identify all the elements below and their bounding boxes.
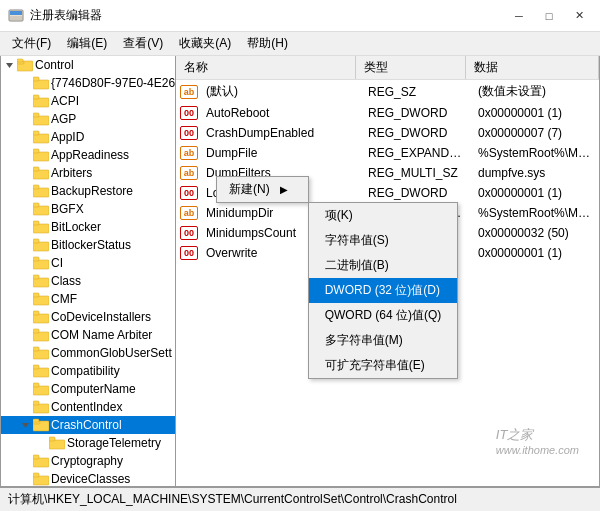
- submenu[interactable]: 项(K)字符串值(S)二进制值(B)DWORD (32 位)值(D)QWORD …: [308, 202, 459, 379]
- tree-item[interactable]: ComputerName: [1, 380, 175, 398]
- tree-item[interactable]: BitLocker: [1, 218, 175, 236]
- list-row[interactable]: abDumpFileREG_EXPAND_SZ%SystemRoot%\MEM: [176, 143, 599, 163]
- tree-item[interactable]: CMF: [1, 290, 175, 308]
- menu-item[interactable]: 编辑(E): [59, 33, 115, 54]
- tree-item[interactable]: StorageTelemetry: [1, 434, 175, 452]
- submenu-item-expandstring[interactable]: 可扩充字符串值(E): [309, 353, 458, 378]
- tree-expand-icon[interactable]: [17, 417, 33, 433]
- tree-expand-icon[interactable]: [17, 309, 33, 325]
- tree-item[interactable]: ACPI: [1, 92, 175, 110]
- menu-item[interactable]: 收藏夹(A): [171, 33, 239, 54]
- svg-rect-21: [33, 185, 39, 189]
- tree-item[interactable]: ContentIndex: [1, 398, 175, 416]
- submenu-item-xiang[interactable]: 项(K): [309, 203, 458, 228]
- header-name[interactable]: 名称: [176, 56, 356, 79]
- registry-value-icon: ab: [180, 146, 198, 160]
- tree-item[interactable]: BitlockerStatus: [1, 236, 175, 254]
- tree-expand-icon[interactable]: [17, 471, 33, 486]
- tree-expand-icon[interactable]: [17, 273, 33, 289]
- svg-rect-14: [33, 134, 49, 143]
- maximize-button[interactable]: □: [536, 6, 562, 26]
- svg-rect-28: [33, 260, 49, 269]
- tree-expand-icon[interactable]: [17, 129, 33, 145]
- tree-item[interactable]: CI: [1, 254, 175, 272]
- submenu-item-string[interactable]: 字符串值(S): [309, 228, 458, 253]
- submenu-item-multistring[interactable]: 多字符串值(M): [309, 328, 458, 353]
- minimize-button[interactable]: ─: [506, 6, 532, 26]
- tree-expand-icon[interactable]: [17, 147, 33, 163]
- tree-item[interactable]: COM Name Arbiter: [1, 326, 175, 344]
- tree-item[interactable]: AGP: [1, 110, 175, 128]
- svg-rect-27: [33, 239, 39, 243]
- tree-expand-icon[interactable]: [17, 75, 33, 91]
- tree-item[interactable]: DeviceClasses: [1, 470, 175, 486]
- submenu-item-dword32[interactable]: DWORD (32 位)值(D): [309, 278, 458, 303]
- tree-item[interactable]: BackupRestore: [1, 182, 175, 200]
- close-button[interactable]: ✕: [566, 6, 592, 26]
- svg-rect-22: [33, 206, 49, 215]
- tree-expand-icon[interactable]: [17, 327, 33, 343]
- tree-label: Control: [33, 58, 74, 72]
- status-bar: 计算机\HKEY_LOCAL_MACHINE\SYSTEM\CurrentCon…: [0, 487, 600, 511]
- tree-expand-icon[interactable]: [17, 201, 33, 217]
- list-row[interactable]: 00CrashDumpEnabledREG_DWORD0x00000007 (7…: [176, 123, 599, 143]
- context-menu-new[interactable]: 新建(N) ▶: [217, 177, 308, 202]
- cell-name: DumpFile: [198, 144, 360, 162]
- folder-icon: [33, 201, 49, 217]
- tree-item[interactable]: CoDeviceInstallers: [1, 308, 175, 326]
- cell-type: REG_EXPAND_SZ: [360, 144, 470, 162]
- tree-item[interactable]: AppID: [1, 128, 175, 146]
- svg-rect-24: [33, 224, 49, 233]
- menu-item[interactable]: 帮助(H): [239, 33, 296, 54]
- tree-item[interactable]: Class: [1, 272, 175, 290]
- tree-panel[interactable]: Control{7746D80F-97E0-4E26-...ACPIAGPApp…: [1, 56, 176, 486]
- svg-rect-40: [33, 368, 49, 377]
- tree-item[interactable]: Compatibility: [1, 362, 175, 380]
- tree-item[interactable]: CommonGlobUserSett: [1, 344, 175, 362]
- tree-item[interactable]: CrashControl: [1, 416, 175, 434]
- registry-value-icon: ab: [180, 206, 198, 220]
- svg-rect-26: [33, 242, 49, 251]
- tree-expand-icon[interactable]: [17, 165, 33, 181]
- tree-label: Class: [49, 274, 81, 288]
- submenu-item-qword64[interactable]: QWORD (64 位)值(Q): [309, 303, 458, 328]
- tree-expand-icon[interactable]: [17, 237, 33, 253]
- svg-rect-32: [33, 296, 49, 305]
- tree-item[interactable]: Arbiters: [1, 164, 175, 182]
- submenu-arrow-icon: ▶: [280, 184, 288, 195]
- tree-expand-icon[interactable]: [17, 363, 33, 379]
- cell-name: CrashDumpEnabled: [198, 124, 360, 142]
- folder-icon: [33, 363, 49, 379]
- tree-expand-icon[interactable]: [17, 183, 33, 199]
- tree-expand-icon[interactable]: [33, 435, 49, 451]
- header-data[interactable]: 数据: [466, 56, 599, 79]
- tree-expand-icon[interactable]: [17, 381, 33, 397]
- svg-rect-35: [33, 311, 39, 315]
- list-row[interactable]: 00AutoRebootREG_DWORD0x00000001 (1): [176, 103, 599, 123]
- tree-item[interactable]: BGFX: [1, 200, 175, 218]
- menu-item[interactable]: 文件(F): [4, 33, 59, 54]
- svg-rect-42: [33, 386, 49, 395]
- list-row[interactable]: ab(默认)REG_SZ(数值未设置): [176, 80, 599, 103]
- tree-item[interactable]: {7746D80F-97E0-4E26-...: [1, 74, 175, 92]
- tree-expand-icon[interactable]: [17, 345, 33, 361]
- tree-expand-icon[interactable]: [17, 399, 33, 415]
- header-type[interactable]: 类型: [356, 56, 466, 79]
- menu-item[interactable]: 查看(V): [115, 33, 171, 54]
- tree-item[interactable]: Control: [1, 56, 175, 74]
- tree-expand-icon[interactable]: [17, 291, 33, 307]
- window-title: 注册表编辑器: [30, 7, 102, 24]
- tree-item[interactable]: Cryptography: [1, 452, 175, 470]
- registry-value-icon: 00: [180, 186, 198, 200]
- tree-expand-icon[interactable]: [17, 111, 33, 127]
- tree-expand-icon[interactable]: [17, 453, 33, 469]
- tree-expand-icon[interactable]: [17, 255, 33, 271]
- tree-item[interactable]: AppReadiness: [1, 146, 175, 164]
- tree-expand-icon[interactable]: [1, 57, 17, 73]
- tree-expand-icon[interactable]: [17, 93, 33, 109]
- svg-rect-33: [33, 293, 39, 297]
- tree-label: BitlockerStatus: [49, 238, 131, 252]
- submenu-item-binary[interactable]: 二进制值(B): [309, 253, 458, 278]
- context-menu[interactable]: 新建(N) ▶ 项(K)字符串值(S)二进制值(B)DWORD (32 位)值(…: [216, 176, 309, 203]
- tree-expand-icon[interactable]: [17, 219, 33, 235]
